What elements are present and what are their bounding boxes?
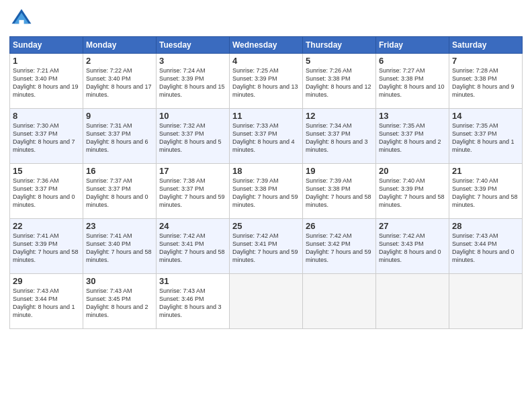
col-header-saturday: Saturday xyxy=(449,37,523,54)
day-number: 13 xyxy=(379,111,446,121)
day-number: 26 xyxy=(306,221,373,231)
svg-rect-2 xyxy=(19,20,24,25)
empty-cell xyxy=(449,274,523,329)
day-number: 12 xyxy=(306,111,373,121)
day-cell-15: 15Sunrise: 7:36 AM Sunset: 3:37 PM Dayli… xyxy=(10,164,83,219)
week-row-4: 22Sunrise: 7:41 AM Sunset: 3:39 PM Dayli… xyxy=(10,219,523,274)
day-cell-30: 30Sunrise: 7:43 AM Sunset: 3:45 PM Dayli… xyxy=(83,274,157,329)
day-info: Sunrise: 7:24 AM Sunset: 3:39 PM Dayligh… xyxy=(159,66,226,99)
day-info: Sunrise: 7:30 AM Sunset: 3:37 PM Dayligh… xyxy=(13,122,80,154)
week-row-2: 8Sunrise: 7:30 AM Sunset: 3:37 PM Daylig… xyxy=(10,109,523,164)
day-number: 22 xyxy=(13,221,80,231)
day-number: 11 xyxy=(232,111,300,121)
day-cell-1: 1Sunrise: 7:21 AM Sunset: 3:40 PM Daylig… xyxy=(10,54,83,109)
day-info: Sunrise: 7:36 AM Sunset: 3:37 PM Dayligh… xyxy=(13,177,80,210)
day-cell-6: 6Sunrise: 7:27 AM Sunset: 3:38 PM Daylig… xyxy=(376,54,449,109)
empty-cell xyxy=(303,274,376,329)
day-info: Sunrise: 7:40 AM Sunset: 3:39 PM Dayligh… xyxy=(452,177,519,210)
day-info: Sunrise: 7:43 AM Sunset: 3:44 PM Dayligh… xyxy=(452,232,519,265)
header xyxy=(9,7,523,31)
day-info: Sunrise: 7:27 AM Sunset: 3:38 PM Dayligh… xyxy=(379,66,446,99)
col-header-tuesday: Tuesday xyxy=(157,37,230,54)
day-cell-20: 20Sunrise: 7:40 AM Sunset: 3:39 PM Dayli… xyxy=(376,164,449,219)
day-number: 19 xyxy=(306,166,373,176)
day-number: 6 xyxy=(379,56,446,66)
day-number: 23 xyxy=(86,221,153,231)
day-number: 1 xyxy=(13,56,80,66)
day-cell-16: 16Sunrise: 7:37 AM Sunset: 3:37 PM Dayli… xyxy=(83,164,157,219)
day-info: Sunrise: 7:37 AM Sunset: 3:37 PM Dayligh… xyxy=(86,177,153,210)
day-info: Sunrise: 7:43 AM Sunset: 3:45 PM Dayligh… xyxy=(86,287,153,320)
day-number: 20 xyxy=(379,166,446,176)
day-number: 2 xyxy=(86,56,153,66)
day-cell-12: 12Sunrise: 7:34 AM Sunset: 3:37 PM Dayli… xyxy=(303,109,376,164)
day-number: 28 xyxy=(452,221,519,231)
day-info: Sunrise: 7:42 AM Sunset: 3:43 PM Dayligh… xyxy=(379,232,446,265)
day-number: 15 xyxy=(13,166,80,176)
day-cell-28: 28Sunrise: 7:43 AM Sunset: 3:44 PM Dayli… xyxy=(449,219,523,274)
day-cell-22: 22Sunrise: 7:41 AM Sunset: 3:39 PM Dayli… xyxy=(10,219,83,274)
day-info: Sunrise: 7:33 AM Sunset: 3:37 PM Dayligh… xyxy=(232,122,300,154)
day-number: 16 xyxy=(86,166,153,176)
day-info: Sunrise: 7:41 AM Sunset: 3:40 PM Dayligh… xyxy=(86,232,153,265)
day-info: Sunrise: 7:22 AM Sunset: 3:40 PM Dayligh… xyxy=(86,66,153,99)
day-cell-11: 11Sunrise: 7:33 AM Sunset: 3:37 PM Dayli… xyxy=(230,109,303,164)
day-cell-10: 10Sunrise: 7:32 AM Sunset: 3:37 PM Dayli… xyxy=(157,109,230,164)
day-cell-25: 25Sunrise: 7:42 AM Sunset: 3:41 PM Dayli… xyxy=(230,219,303,274)
day-info: Sunrise: 7:43 AM Sunset: 3:44 PM Dayligh… xyxy=(13,287,80,320)
col-header-thursday: Thursday xyxy=(303,37,376,54)
day-info: Sunrise: 7:21 AM Sunset: 3:40 PM Dayligh… xyxy=(13,66,80,99)
day-cell-7: 7Sunrise: 7:28 AM Sunset: 3:38 PM Daylig… xyxy=(449,54,523,109)
col-header-wednesday: Wednesday xyxy=(230,37,303,54)
col-header-monday: Monday xyxy=(83,37,157,54)
day-info: Sunrise: 7:42 AM Sunset: 3:41 PM Dayligh… xyxy=(159,232,226,265)
day-cell-3: 3Sunrise: 7:24 AM Sunset: 3:39 PM Daylig… xyxy=(157,54,230,109)
header-row: SundayMondayTuesdayWednesdayThursdayFrid… xyxy=(10,37,523,54)
day-number: 29 xyxy=(13,276,80,286)
day-cell-9: 9Sunrise: 7:31 AM Sunset: 3:37 PM Daylig… xyxy=(83,109,157,164)
week-row-3: 15Sunrise: 7:36 AM Sunset: 3:37 PM Dayli… xyxy=(10,164,523,219)
empty-cell xyxy=(230,274,303,329)
day-number: 7 xyxy=(452,56,519,66)
day-cell-2: 2Sunrise: 7:22 AM Sunset: 3:40 PM Daylig… xyxy=(83,54,157,109)
col-header-sunday: Sunday xyxy=(10,37,83,54)
week-row-5: 29Sunrise: 7:43 AM Sunset: 3:44 PM Dayli… xyxy=(10,274,523,329)
day-cell-21: 21Sunrise: 7:40 AM Sunset: 3:39 PM Dayli… xyxy=(449,164,523,219)
logo-icon xyxy=(9,7,34,31)
day-cell-31: 31Sunrise: 7:43 AM Sunset: 3:46 PM Dayli… xyxy=(157,274,230,329)
day-info: Sunrise: 7:43 AM Sunset: 3:46 PM Dayligh… xyxy=(159,287,226,320)
day-cell-26: 26Sunrise: 7:42 AM Sunset: 3:42 PM Dayli… xyxy=(303,219,376,274)
day-number: 8 xyxy=(13,111,80,121)
day-number: 31 xyxy=(159,276,226,286)
day-number: 3 xyxy=(159,56,226,66)
day-cell-17: 17Sunrise: 7:38 AM Sunset: 3:37 PM Dayli… xyxy=(157,164,230,219)
day-info: Sunrise: 7:35 AM Sunset: 3:37 PM Dayligh… xyxy=(452,122,519,154)
day-cell-13: 13Sunrise: 7:35 AM Sunset: 3:37 PM Dayli… xyxy=(376,109,449,164)
day-info: Sunrise: 7:39 AM Sunset: 3:38 PM Dayligh… xyxy=(306,177,373,210)
day-info: Sunrise: 7:38 AM Sunset: 3:37 PM Dayligh… xyxy=(159,177,226,210)
day-cell-5: 5Sunrise: 7:26 AM Sunset: 3:38 PM Daylig… xyxy=(303,54,376,109)
day-info: Sunrise: 7:34 AM Sunset: 3:37 PM Dayligh… xyxy=(306,122,373,154)
day-number: 24 xyxy=(159,221,226,231)
day-info: Sunrise: 7:39 AM Sunset: 3:38 PM Dayligh… xyxy=(232,177,300,210)
day-cell-18: 18Sunrise: 7:39 AM Sunset: 3:38 PM Dayli… xyxy=(230,164,303,219)
day-cell-8: 8Sunrise: 7:30 AM Sunset: 3:37 PM Daylig… xyxy=(10,109,83,164)
logo xyxy=(9,7,36,31)
day-number: 30 xyxy=(86,276,153,286)
day-cell-24: 24Sunrise: 7:42 AM Sunset: 3:41 PM Dayli… xyxy=(157,219,230,274)
day-number: 17 xyxy=(159,166,226,176)
day-number: 10 xyxy=(159,111,226,121)
day-cell-29: 29Sunrise: 7:43 AM Sunset: 3:44 PM Dayli… xyxy=(10,274,83,329)
day-number: 21 xyxy=(452,166,519,176)
week-row-1: 1Sunrise: 7:21 AM Sunset: 3:40 PM Daylig… xyxy=(10,54,523,109)
day-number: 18 xyxy=(232,166,300,176)
day-info: Sunrise: 7:42 AM Sunset: 3:41 PM Dayligh… xyxy=(232,232,300,265)
day-info: Sunrise: 7:42 AM Sunset: 3:42 PM Dayligh… xyxy=(306,232,373,265)
day-cell-4: 4Sunrise: 7:25 AM Sunset: 3:39 PM Daylig… xyxy=(230,54,303,109)
day-info: Sunrise: 7:26 AM Sunset: 3:38 PM Dayligh… xyxy=(306,66,373,99)
calendar-container: SundayMondayTuesdayWednesdayThursdayFrid… xyxy=(0,0,532,411)
col-header-friday: Friday xyxy=(376,37,449,54)
day-info: Sunrise: 7:40 AM Sunset: 3:39 PM Dayligh… xyxy=(379,177,446,210)
empty-cell xyxy=(376,274,449,329)
day-info: Sunrise: 7:31 AM Sunset: 3:37 PM Dayligh… xyxy=(86,122,153,154)
